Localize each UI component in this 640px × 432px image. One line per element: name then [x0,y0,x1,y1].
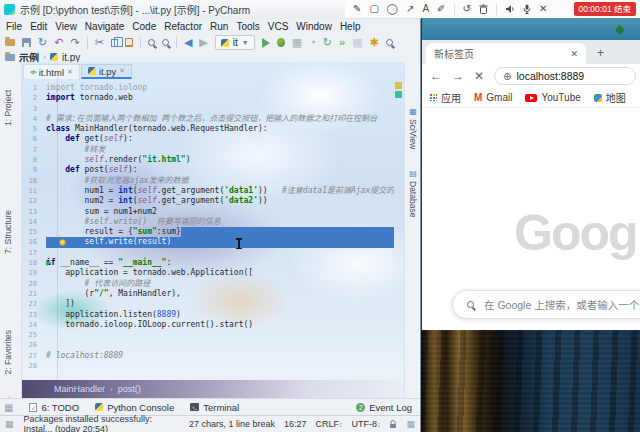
browser-tab[interactable]: 新标签页 ✕ [426,43,586,64]
breadcrumb-method[interactable]: post() [118,384,141,394]
line-separator-select[interactable]: CRLF↕ [315,419,342,429]
tool-window-switcher-icon[interactable]: ▦ [4,402,13,413]
code-line[interactable]: 5class MainHandler(tornado.web.RequestHa… [22,124,394,134]
code-line[interactable]: 11 num1 = int(self.get_argument('data1')… [22,186,394,196]
address-bar[interactable]: ⊕ localhost:8889 [494,67,636,85]
intention-bulb-icon[interactable] [59,239,66,246]
status-message[interactable]: Packages installed successfully: Instal.… [24,414,179,432]
code-line[interactable]: 24 tornado.ioloop.IOLoop.current().start… [22,320,394,330]
forward-icon[interactable]: ▶ [199,37,207,48]
run-gutter-icon[interactable] [46,260,52,266]
marker-icon[interactable]: ✐ [437,4,445,14]
google-search-box[interactable] [452,290,640,319]
screwdriver-icon[interactable]: ✱ [370,37,379,48]
code-line[interactable]: 28 [22,361,394,371]
code-line[interactable]: 14 #self.write() 将要写返回的信息 [22,217,394,227]
sidebar-tab-structure[interactable]: 7: Structure [3,210,13,254]
search-input[interactable] [482,298,640,312]
code-line[interactable]: 4# 需求:在页面输入两个数相加 两个数之后，点击提交按钮，把输入的数据之和打印… [22,114,394,124]
menu-navigate[interactable]: Navigate [85,21,124,32]
bookmark-maps[interactable]: 地图 [594,90,626,105]
recording-timer-stop-button[interactable]: 00:00:01 结束 [574,2,636,16]
browser-forward-icon[interactable]: → [452,70,464,82]
code-line[interactable]: 22 ]) [22,299,394,309]
mic-icon[interactable] [523,4,531,14]
speaker-icon[interactable] [505,4,515,14]
run-configuration-select[interactable]: it ▼ [215,35,255,50]
status-grid-icon[interactable]: ▦ [5,419,14,429]
paste-icon[interactable] [125,38,133,47]
caret-position[interactable]: 16:27 [284,419,307,429]
redo-icon[interactable]: ↷ [70,37,79,48]
tool-button-terminal[interactable]: ›_ Terminal [190,402,239,413]
menu-help[interactable]: Help [340,21,361,32]
undo-icon[interactable]: ↶ [54,37,63,48]
code-line[interactable]: 15 result = {"sum":sum} [22,227,394,237]
browser-back-icon[interactable]: ← [430,70,442,82]
cut-icon[interactable]: ✂ [95,37,104,48]
tab-close-icon[interactable]: ✕ [67,68,73,76]
code-line[interactable]: 17 [22,248,394,258]
code-line[interactable]: 8 self.render("it.html") [22,155,394,165]
code-line[interactable]: 10 #获取浏览器ajax发来的数据 [22,176,394,186]
save-icon[interactable] [22,38,31,47]
code-line[interactable]: 2import tornado.web [22,93,394,103]
menu-window[interactable]: Window [296,21,332,32]
editor-tab-it.py[interactable]: it.py✕ [81,64,132,79]
new-tab-button[interactable]: + [597,46,604,60]
bookmark-gmail[interactable]: MGmail [474,92,512,103]
sidebar-tab-database[interactable]: ▤ Database [408,170,418,217]
back-icon[interactable]: ◀ [184,37,192,48]
menu-refactor[interactable]: Refactor [164,21,202,32]
rect-icon[interactable]: ▢ [369,4,378,14]
text-icon[interactable]: A [422,4,429,14]
profiler-icon[interactable]: ◔ [309,37,316,48]
search-everywhere-icon[interactable] [386,39,393,46]
sidebar-tab-project[interactable]: 1: Project [3,90,13,126]
rerun-icon[interactable]: ↻ [323,37,332,48]
lock-icon[interactable] [389,420,397,429]
browser-stop-icon[interactable]: ✕ [474,70,484,82]
code-line[interactable]: 12 num2 = int(self.get_argument('data2')… [22,196,394,206]
find-icon[interactable] [148,39,155,46]
tab-close-icon[interactable]: ✕ [570,49,578,59]
code-line[interactable]: 23 application.listen(8889) [22,310,394,320]
replace-icon[interactable] [162,39,169,46]
code-line[interactable]: 18if __name__ == "__main__": [22,258,394,268]
indicator-icon[interactable]: ▦ [406,419,415,429]
run-button[interactable] [262,38,270,48]
tool-button-todo[interactable]: ✓ 6: TODO [29,402,79,413]
copy-icon[interactable] [111,39,118,47]
menu-vcs[interactable]: VCS [268,21,289,32]
menu-edit[interactable]: Edit [30,21,47,32]
menu-file[interactable]: File [6,21,22,32]
tab-close-icon[interactable]: ✕ [119,67,125,75]
menu-tools[interactable]: Tools [236,21,259,32]
code-line[interactable]: 3 [22,104,394,114]
code-line[interactable]: 25 [22,330,394,340]
event-log-button[interactable]: 2 Event Log [356,402,412,413]
code-line[interactable]: 13 sum = num1+num2 [22,207,394,217]
trash-icon[interactable] [479,4,488,14]
run-anything-icon[interactable]: » [339,37,345,48]
debug-icon[interactable] [277,38,285,47]
sidebar-tab-sciview[interactable]: ▦ SciView [408,108,418,149]
bookmark-youtube[interactable]: YouTube [525,92,580,103]
code-line[interactable]: 20 # 代表访问的路径 [22,279,394,289]
circle-icon[interactable]: ◯ [387,4,398,14]
close-icon[interactable]: ✕ [539,4,547,14]
sidebar-tab-favorites[interactable]: 2: Favorites [3,330,13,374]
code-line[interactable]: 19 application = tornado.web.Application… [22,268,394,278]
code-line[interactable]: 27# localhost:8889 [22,351,394,361]
code-line[interactable]: 7 #转发 [22,145,394,155]
code-line[interactable]: 9 def post(self): [22,165,394,175]
sync-icon[interactable]: ↻ [38,37,47,48]
browser-frame[interactable]: ♣ [422,18,640,40]
code-editor[interactable]: 1import tornado.ioloop2import tornado.we… [22,83,394,380]
code-line[interactable]: 6 def get(self): [22,134,394,144]
encoding-select[interactable]: UTF-8↕ [351,419,380,429]
open-icon[interactable] [5,39,15,46]
tool-button-python-console[interactable]: Python Console [95,402,174,413]
code-line[interactable]: 16 self.write(result) [22,237,394,247]
breadcrumb-file[interactable]: it.py [62,52,80,63]
